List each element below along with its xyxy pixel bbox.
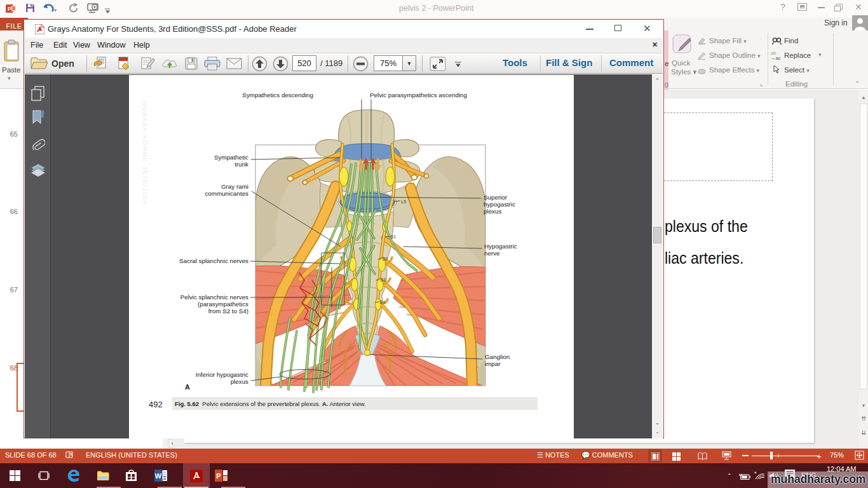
svg-text:L5: L5 (401, 199, 406, 205)
svg-text:Pelvic splanchnic nerves: Pelvic splanchnic nerves (180, 294, 248, 301)
svg-text:Sacral splanchnic nerves: Sacral splanchnic nerves (179, 257, 248, 264)
svg-text:impar: impar (485, 360, 501, 367)
svg-text:Ganglion: Ganglion (485, 353, 510, 360)
svg-text:(parasympathetics: (parasympathetics (198, 301, 248, 308)
svg-text:W: W (155, 472, 162, 480)
svg-text:Inferior hypogastric: Inferior hypogastric (196, 371, 248, 378)
svg-text:nerve: nerve (484, 250, 500, 257)
svg-text:hypogastric: hypogastric (484, 201, 515, 208)
svg-text:Sympathetic: Sympathetic (214, 154, 248, 161)
svg-text:→ac: →ac (771, 55, 781, 60)
svg-text:x: x (70, 452, 72, 456)
svg-text:S3: S3 (380, 277, 386, 283)
svg-text:Superior: Superior (484, 194, 508, 201)
svg-text:trunk: trunk (234, 161, 248, 168)
svg-text:plexus: plexus (231, 378, 248, 385)
svg-text:Sympathetics descending: Sympathetics descending (242, 92, 313, 98)
svg-text:plexus: plexus (484, 208, 501, 215)
svg-text:*: * (754, 471, 757, 477)
svg-text:Gray rami: Gray rami (221, 183, 248, 190)
svg-text:S1: S1 (390, 234, 396, 240)
svg-text:P: P (216, 472, 220, 480)
svg-text:communicantes: communicantes (205, 190, 248, 197)
svg-text:Pelvic parasympathetics ascend: Pelvic parasympathetics ascending (370, 92, 467, 98)
svg-text:S4: S4 (379, 299, 385, 305)
svg-text:Hypogastric: Hypogastric (484, 243, 517, 250)
svg-text:from S2 to S4): from S2 to S4) (208, 308, 248, 315)
svg-text:P: P (8, 6, 11, 12)
svg-text:MUBASH KOMMC-3ETE/2014: MUBASH KOMMC-3ETE/2014 (142, 101, 149, 205)
svg-text:S2: S2 (382, 256, 388, 262)
svg-text:A: A (185, 383, 190, 391)
